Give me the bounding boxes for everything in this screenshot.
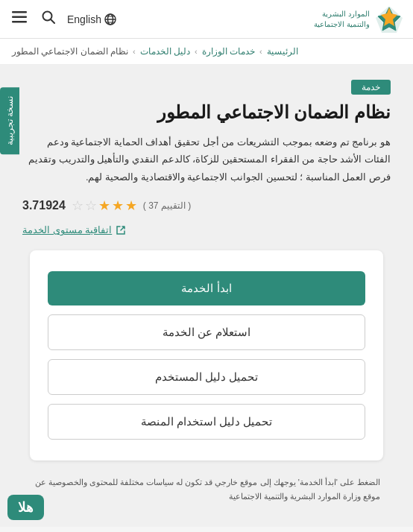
lang-label: English [67,13,101,25]
breadcrumb-current: نظام الضمان الاجتماعي المطور [12,46,128,57]
service-card: ابدأ الخدمة استعلام عن الخدمة تحميل دليل… [30,250,383,460]
service-description: هو برنامج تم وضعه بموجب التشريعات من أجل… [22,133,391,186]
footer-note: الضغط على 'ابدأ الخدمة' يوجهك إلى موقع خ… [30,475,383,503]
inquiry-button[interactable]: استعلام عن الخدمة [48,314,365,350]
language-selector[interactable]: English [67,13,116,25]
star-4: ★ [112,197,124,214]
rating-count: ( التقييم 37 ) [143,200,191,211]
star-3: ★ [98,197,110,214]
main-content: خدمة نظام الضمان الاجتماعي المطور هو برن… [0,65,413,519]
hamburger-icon[interactable] [9,8,30,30]
sla-link-wrapper: اتفاقية مستوى الخدمة [22,224,391,235]
rating-value: 3.71924 [22,199,66,212]
header: English الموارد البشرية والتنمية الاجتما… [0,0,413,39]
svg-line-4 [51,19,54,23]
globe-icon [104,13,116,25]
start-service-button[interactable]: ابدأ الخدمة [48,271,365,305]
breadcrumb: الرئيسية › خدمات الوزارة › دليل الخدمات … [0,39,413,65]
star-5: ★ [125,197,137,214]
header-left: English [9,7,116,31]
svg-rect-2 [12,21,27,23]
breadcrumb-guide[interactable]: دليل الخدمات [140,46,190,57]
logo-icon [374,4,404,34]
download-user-guide-button[interactable]: تحميل دليل المستخدم [48,359,365,395]
breadcrumb-home[interactable]: الرئيسية [267,46,298,57]
service-badge: خدمة [351,80,391,95]
breadcrumb-sep-1: › [259,47,262,56]
search-icon[interactable] [39,7,58,31]
svg-rect-0 [12,11,27,13]
service-title: نظام الضمان الاجتماعي المطور [22,102,391,123]
external-link-icon [116,225,126,235]
star-2: ☆ [85,197,97,214]
hala-chat-button[interactable]: هلا [7,495,44,520]
star-1: ☆ [72,197,83,214]
stars: ☆ ☆ ★ ★ ★ [72,197,137,214]
service-badge-wrapper: خدمة [22,80,391,95]
breadcrumb-sep-2: › [195,47,198,56]
page-wrapper: نسخة تجريبية خدمة نظام الضمان الاجتماعي … [0,65,413,527]
breadcrumb-ministry[interactable]: خدمات الوزارة [202,46,255,57]
svg-rect-1 [12,16,27,19]
download-platform-guide-button[interactable]: تحميل دليل استخدام المنصة [48,404,365,440]
sla-link[interactable]: اتفاقية مستوى الخدمة [22,224,126,235]
breadcrumb-sep-3: › [133,47,136,56]
side-tab[interactable]: نسخة تجريبية [0,87,19,154]
logo-text: الموارد البشرية والتنمية الاجتماعية [314,9,370,30]
rating-row: ( التقييم 37 ) ☆ ☆ ★ ★ ★ 3.71924 [22,197,391,214]
logo: الموارد البشرية والتنمية الاجتماعية [314,4,404,34]
